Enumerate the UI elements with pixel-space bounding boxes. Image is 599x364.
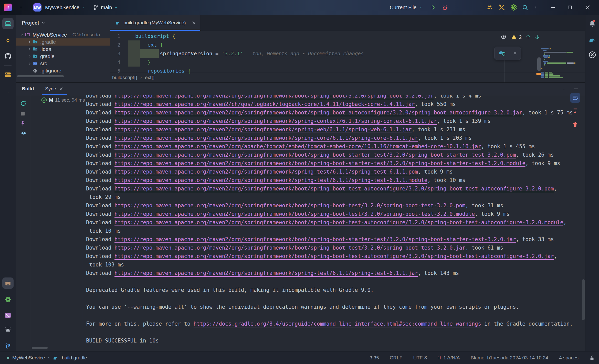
console-link[interactable]: https://repo.maven.apache.org/maven2/ch/… — [114, 101, 415, 107]
console-link[interactable]: https://repo.maven.apache.org/maven2/org… — [114, 177, 427, 183]
run-button[interactable] — [430, 0, 436, 15]
x-circle-tool-icon[interactable] — [588, 50, 597, 59]
statusbar-widget-CRLF[interactable]: CRLF — [390, 355, 403, 361]
tab-build-gradle[interactable]: build.gradle (MyWebService) — [110, 15, 200, 31]
gradle-tool-window-icon[interactable] — [588, 35, 597, 45]
editor-scrollbar-thumb[interactable] — [537, 57, 541, 71]
console-scrollbar-thumb[interactable] — [582, 279, 585, 320]
console-link[interactable]: https://repo.maven.apache.org/maven2/org… — [114, 245, 465, 251]
alarm-icon[interactable] — [2, 324, 14, 335]
project-widget[interactable]: MyWebService — [45, 0, 86, 15]
tree-chevron-icon[interactable] — [27, 40, 32, 44]
filter-eye-icon[interactable] — [20, 130, 27, 137]
window-maximize-button[interactable] — [563, 0, 576, 15]
build-toolbox-icon[interactable] — [2, 277, 14, 289]
vcs-branch-widget[interactable]: main — [93, 0, 118, 15]
console-link[interactable]: https://repo.maven.apache.org/maven2/org… — [114, 219, 563, 226]
window-options-kebab-icon[interactable] — [534, 0, 536, 15]
previous-issue-arrow-icon[interactable] — [525, 34, 531, 40]
breadcrumb-ext[interactable]: ext{} — [145, 75, 155, 80]
remote-laptop-icon[interactable] — [2, 18, 14, 29]
project-panel-header[interactable]: Project — [16, 15, 110, 31]
tree-item-dot-gradle[interactable]: .gradle — [16, 38, 110, 46]
statusbar-widget-335[interactable]: 3:35 — [370, 355, 379, 361]
main-menu-kebab-icon[interactable] — [20, 0, 22, 15]
git-branch-tool-icon[interactable] — [2, 341, 14, 352]
clear-trash-icon[interactable] — [570, 120, 580, 129]
statusbar-widget-UTF-8[interactable]: UTF-8 — [413, 355, 427, 361]
console-link[interactable]: https://repo.maven.apache.org/maven2/org… — [114, 186, 554, 192]
panel-options-kebab-icon[interactable] — [563, 86, 565, 92]
tree-chevron-icon[interactable] — [27, 61, 32, 66]
panel-minimize-icon[interactable] — [573, 86, 579, 92]
tab-close-icon[interactable] — [59, 87, 64, 91]
debug-button[interactable] — [442, 0, 448, 15]
statusbar-file[interactable]: build.gradle — [62, 355, 87, 361]
statusbar-widget-unlock[interactable] — [589, 355, 595, 361]
tools-icon[interactable] — [498, 0, 505, 15]
settings-gear-icon[interactable] — [2, 294, 14, 305]
tree-chevron-icon[interactable] — [19, 33, 25, 37]
search-everywhere-icon[interactable] — [522, 0, 528, 15]
statusbar-widget-4[interactable]: 4 spaces — [559, 355, 579, 361]
ai-atom-icon[interactable] — [510, 0, 517, 15]
dismiss-icon[interactable] — [513, 51, 517, 56]
breadcrumb-buildscript[interactable]: buildscript{} — [112, 75, 137, 80]
console-link[interactable]: https://repo.maven.apache.org/maven2/org… — [114, 95, 434, 99]
tree-item-gradle[interactable]: gradle — [16, 53, 110, 60]
run-configuration-selector[interactable]: Current File — [390, 0, 423, 15]
soft-wrap-icon[interactable] — [570, 93, 580, 103]
tree-item-src[interactable]: </>src — [16, 60, 110, 67]
console-link[interactable]: https://repo.maven.apache.org/maven2/org… — [114, 236, 516, 242]
horizontal-scrollbar[interactable] — [17, 75, 64, 77]
console-link[interactable]: https://repo.maven.apache.org/maven2/org… — [114, 211, 475, 217]
horizontal-scrollbar[interactable] — [32, 347, 48, 349]
structure-icon[interactable] — [2, 69, 14, 80]
console-link[interactable]: https://repo.maven.apache.org/maven2/org… — [114, 270, 418, 276]
tree-chevron-icon[interactable] — [27, 47, 32, 51]
warning-indicator[interactable]: 2 — [511, 34, 522, 40]
tree-item-dot-gitignore[interactable]: .gitignore — [16, 67, 110, 74]
scroll-to-end-icon[interactable] — [570, 106, 580, 116]
statusbar-widget-Blame[interactable]: Blame: b1uesoda 2024-03-14 10:24 — [471, 355, 548, 361]
console-link[interactable]: https://repo.maven.apache.org/maven2/org… — [114, 110, 522, 116]
statusbar-project[interactable]: MyWebService — [12, 355, 45, 361]
tab-sync[interactable]: Sync — [45, 83, 64, 95]
next-issue-arrow-icon[interactable] — [534, 34, 540, 40]
stop-icon[interactable] — [20, 111, 27, 117]
commit-icon[interactable] — [2, 35, 14, 46]
code-with-me-users-icon[interactable] — [486, 0, 493, 15]
console-link[interactable]: https://repo.maven.apache.org/maven2/org… — [114, 160, 525, 166]
github-icon[interactable] — [2, 51, 14, 62]
console-link[interactable]: https://repo.maven.apache.org/maven2/org… — [114, 126, 412, 133]
statusbar-widget-1[interactable]: 1 Δ/N/A — [438, 355, 460, 361]
console-link[interactable]: https://repo.maven.apache.org/maven2/org… — [114, 253, 554, 259]
console-link[interactable]: https://repo.maven.apache.org/maven2/org… — [114, 152, 516, 158]
project-avatar[interactable]: MW — [33, 0, 41, 15]
build-task-tree[interactable]: M 11 sec, 94 ms — [31, 95, 82, 351]
console-link[interactable]: https://docs.gradle.org/8.4/userguide/co… — [194, 321, 481, 327]
notifications-bell-icon[interactable] — [588, 19, 597, 28]
console-link[interactable]: https://repo.maven.apache.org/maven2/org… — [114, 143, 481, 149]
tree-item-MyWebService[interactable]: MyWebService- C:\b1uesoda — [16, 31, 110, 38]
console-link[interactable]: https://repo.maven.apache.org/maven2/org… — [114, 169, 418, 175]
eye-slash-icon[interactable] — [500, 34, 507, 40]
console-link[interactable]: https://repo.maven.apache.org/maven2/org… — [114, 118, 437, 124]
tab-close-icon[interactable] — [192, 20, 196, 25]
window-minimize-button[interactable] — [547, 0, 559, 15]
tab-build[interactable]: Build — [22, 83, 34, 95]
pin-icon[interactable] — [20, 120, 27, 127]
console-link[interactable]: https://repo.maven.apache.org/maven2/org… — [114, 202, 465, 209]
run-options-kebab-icon[interactable] — [457, 0, 459, 15]
window-close-button[interactable] — [581, 0, 595, 15]
sync-result-row[interactable]: M 11 sec, 94 ms — [41, 97, 85, 103]
terminal-icon[interactable] — [2, 310, 14, 321]
gradle-sync-icon[interactable] — [498, 49, 507, 57]
tree-item-dot-idea[interactable]: IJ.idea — [16, 46, 110, 53]
more-tool-windows-icon[interactable] — [2, 87, 14, 98]
refresh-sync-icon[interactable] — [20, 100, 27, 107]
console-link[interactable]: https://repo.maven.apache.org/maven2/org… — [114, 135, 418, 141]
tree-chevron-icon[interactable] — [27, 54, 32, 58]
inspection-widget[interactable]: 2 — [500, 33, 540, 41]
build-console[interactable]: Download https://repo.maven.apache.org/m… — [82, 95, 585, 351]
